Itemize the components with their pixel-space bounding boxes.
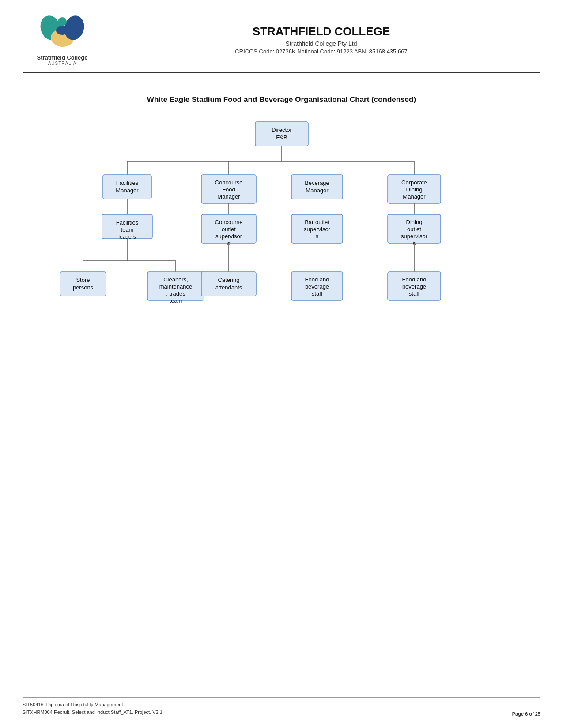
svg-text:s: s: [315, 233, 318, 240]
svg-text:, trades: , trades: [166, 290, 185, 297]
svg-text:Bar outlet: Bar outlet: [305, 219, 329, 225]
svg-text:Manager: Manager: [217, 193, 240, 200]
svg-text:Food and: Food and: [305, 276, 329, 283]
college-pty: Strathfield College Pty Ltd: [102, 40, 540, 47]
svg-text:Beverage: Beverage: [305, 180, 329, 186]
footer-left: SIT50416_Diploma of Hospitality Manageme…: [23, 701, 162, 717]
logo-area: Strathfield College AUSTRALIA: [23, 14, 102, 66]
svg-text:maintenance: maintenance: [159, 283, 192, 290]
svg-text:Facilities: Facilities: [116, 180, 138, 186]
svg-text:supervisor: supervisor: [401, 233, 428, 240]
logo-college-name: Strathfield College: [37, 54, 88, 61]
svg-text:Cleaners,: Cleaners,: [163, 276, 188, 283]
svg-text:Manager: Manager: [306, 187, 329, 194]
logo-country: AUSTRALIA: [48, 61, 77, 66]
svg-text:supervisor: supervisor: [215, 233, 242, 240]
svg-text:Concourse: Concourse: [215, 219, 242, 225]
college-logo: [34, 14, 91, 53]
svg-text:supervisor: supervisor: [304, 226, 331, 233]
svg-text:Manager: Manager: [403, 193, 426, 200]
svg-text:Facilities: Facilities: [116, 219, 138, 226]
svg-text:Manager: Manager: [116, 187, 139, 194]
footer-line1: SIT50416_Diploma of Hospitality Manageme…: [23, 701, 162, 709]
svg-text:Dining: Dining: [406, 186, 422, 193]
svg-text:team: team: [169, 297, 182, 304]
svg-text:persons: persons: [72, 284, 93, 291]
svg-text:Corporate: Corporate: [401, 179, 427, 186]
footer-right: Page 6 of 25: [512, 711, 540, 717]
svg-point-4: [56, 26, 68, 35]
director-text: Director: [272, 127, 292, 133]
college-cricos: CRICOS Code: 02736K National Code: 91223…: [102, 48, 540, 55]
svg-text:Store: Store: [76, 277, 90, 283]
svg-point-3: [58, 17, 67, 26]
footer-page-total: 25: [535, 711, 540, 717]
svg-text:beverage: beverage: [402, 283, 426, 290]
director-text2: F&B: [276, 134, 287, 141]
svg-text:team: team: [121, 226, 133, 233]
svg-text:outlet: outlet: [222, 226, 236, 233]
svg-text:staff: staff: [311, 290, 322, 297]
svg-text:attendants: attendants: [215, 284, 242, 291]
svg-text:Food: Food: [222, 186, 235, 193]
header: Strathfield College AUSTRALIA STRATHFIEL…: [23, 14, 540, 73]
footer-line2: SITXHRM004 Recruit, Select and Induct St…: [23, 709, 162, 717]
svg-text:Food and: Food and: [402, 276, 426, 283]
chart-title: White Eagle Stadium Food and Beverage Or…: [23, 95, 540, 104]
header-text: STRATHFIELD COLLEGE Strathfield College …: [102, 25, 540, 55]
svg-text:Concourse: Concourse: [215, 179, 242, 186]
svg-text:outlet: outlet: [407, 226, 421, 233]
college-title: STRATHFIELD COLLEGE: [102, 25, 540, 38]
svg-text:staff: staff: [408, 290, 419, 297]
svg-text:beverage: beverage: [305, 283, 329, 290]
footer: SIT50416_Diploma of Hospitality Manageme…: [23, 697, 540, 717]
page: Strathfield College AUSTRALIA STRATHFIEL…: [0, 0, 563, 728]
org-chart-svg: Director F&B Facilities Manager Concours…: [39, 117, 525, 320]
org-chart-wrapper: Director F&B Facilities Manager Concours…: [23, 117, 540, 320]
svg-text:Dining: Dining: [406, 219, 422, 225]
footer-page-of: of: [528, 711, 535, 717]
footer-page-label: Page: [512, 711, 525, 717]
svg-text:Catering: Catering: [218, 277, 239, 283]
